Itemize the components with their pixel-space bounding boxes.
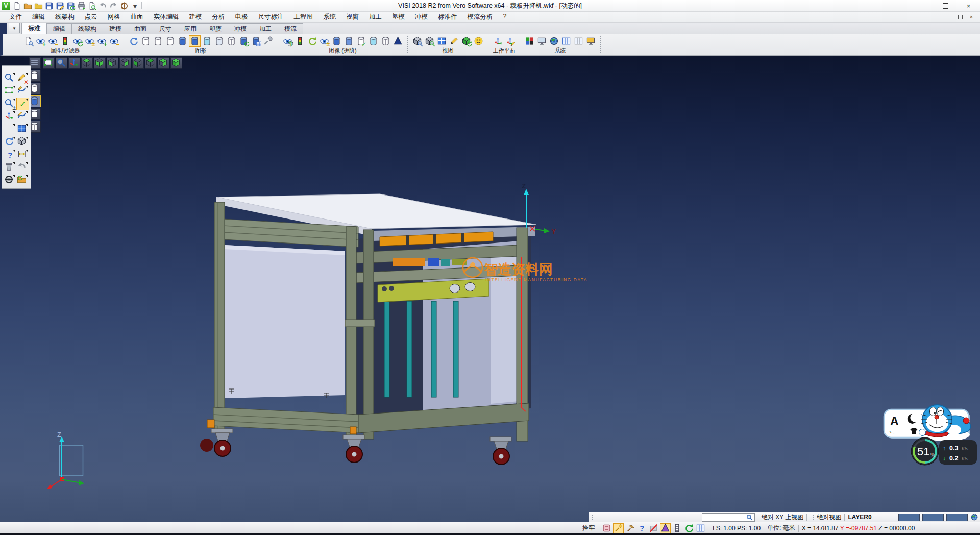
new-document-button[interactable] bbox=[12, 1, 22, 11]
undo-button[interactable] bbox=[98, 1, 108, 11]
view-top-button[interactable] bbox=[81, 57, 93, 69]
system-screen-button[interactable] bbox=[585, 35, 597, 47]
snap-column-button[interactable] bbox=[672, 523, 682, 533]
document-minimize-button[interactable] bbox=[945, 13, 952, 20]
display-shaded-edges-button[interactable] bbox=[189, 35, 201, 47]
toolbar-tab-5[interactable]: 曲面 bbox=[128, 23, 153, 34]
navigation-wheel-button[interactable] bbox=[4, 174, 16, 187]
menu-item-1[interactable]: 文件 bbox=[4, 12, 27, 22]
toolbar-tab-4[interactable]: 建模 bbox=[103, 23, 128, 34]
toolbar-tab-11[interactable]: 模流 bbox=[278, 23, 303, 34]
shading-shield-button[interactable] bbox=[392, 35, 404, 47]
delete-entities-button[interactable] bbox=[4, 161, 16, 174]
zoom-scale-button[interactable]: ± bbox=[4, 98, 16, 110]
snap-help-button[interactable]: ? bbox=[636, 523, 647, 533]
regen-view-button[interactable] bbox=[4, 136, 16, 149]
menu-item-15[interactable]: 加工 bbox=[364, 12, 387, 22]
insert-file-button[interactable] bbox=[34, 1, 43, 11]
shading-column-b-button[interactable] bbox=[343, 35, 355, 47]
menu-item-13[interactable]: 系统 bbox=[318, 12, 341, 22]
more-commands-button[interactable]: ▾ bbox=[130, 1, 140, 11]
toolbar-tab-3[interactable]: 线架构 bbox=[71, 23, 103, 34]
advanced-show-shading-button[interactable]: + bbox=[282, 35, 293, 47]
view-dynamic-refresh-button[interactable] bbox=[460, 35, 472, 47]
curve-edit-button[interactable] bbox=[16, 110, 29, 123]
search-input[interactable] bbox=[702, 514, 746, 521]
cad-viewport[interactable]: Z Y Z 智造资料网 INTELLIGENT MANUFACTURING DA… bbox=[0, 55, 980, 522]
view-annotate-button[interactable] bbox=[448, 35, 460, 47]
status1-grip-2[interactable] bbox=[812, 514, 815, 521]
show-entities-button[interactable]: + bbox=[35, 35, 46, 47]
show-all-button[interactable]: + bbox=[96, 35, 108, 47]
display-options-button[interactable] bbox=[262, 35, 274, 47]
snap-rotate-button[interactable] bbox=[683, 523, 694, 533]
print-button[interactable] bbox=[77, 1, 86, 11]
select-preview-button[interactable] bbox=[4, 72, 16, 85]
view-attributes-document-button[interactable] bbox=[22, 35, 34, 47]
view-front-button[interactable] bbox=[132, 57, 144, 69]
maximize-button[interactable] bbox=[934, 0, 957, 11]
save-as-button[interactable] bbox=[55, 1, 65, 11]
display-flat-button[interactable] bbox=[213, 35, 225, 47]
import-file-button[interactable] bbox=[16, 174, 29, 187]
toolbar-tab-8[interactable]: 塑膜 bbox=[203, 23, 228, 34]
redo-button[interactable] bbox=[109, 1, 118, 11]
zoom-window-button[interactable] bbox=[4, 85, 16, 98]
globe-status-icon[interactable] bbox=[970, 513, 978, 521]
history-button[interactable] bbox=[119, 1, 129, 11]
advanced-toggle-button[interactable]: ± bbox=[318, 35, 330, 47]
save-all-button[interactable] bbox=[66, 1, 76, 11]
advanced-refresh-button[interactable] bbox=[306, 35, 318, 47]
display-hidden-line-button[interactable] bbox=[152, 35, 164, 47]
snap-pyramid-button[interactable] bbox=[660, 523, 671, 533]
regenerate-graphics-button[interactable] bbox=[128, 35, 139, 47]
view-zoom-model-button[interactable] bbox=[411, 35, 423, 47]
status2-grip[interactable] bbox=[578, 525, 580, 532]
entity-attributes-button[interactable] bbox=[4, 123, 16, 136]
print-preview-button[interactable] bbox=[87, 1, 97, 11]
shading-wireframe-button[interactable] bbox=[380, 35, 391, 47]
menu-item-7[interactable]: 实体编辑 bbox=[149, 12, 184, 22]
toolbar-tab-10[interactable]: 加工 bbox=[253, 23, 278, 34]
measure-distance-button[interactable] bbox=[16, 149, 29, 161]
workplane-triad-button[interactable] bbox=[492, 35, 504, 47]
workplane-edit-button[interactable] bbox=[504, 35, 516, 47]
view-bottom-button[interactable] bbox=[94, 57, 106, 69]
search-icon[interactable] bbox=[746, 514, 753, 521]
ribbon-grip[interactable] bbox=[4, 35, 7, 54]
views-zoom-all-button[interactable] bbox=[56, 57, 67, 69]
toolbar-tab-7[interactable]: 应用 bbox=[178, 23, 203, 34]
system-colors-button[interactable] bbox=[524, 35, 535, 47]
view-smiley-button[interactable] bbox=[473, 35, 484, 47]
snap-grid-button[interactable] bbox=[695, 523, 706, 533]
tab-dropdown-button[interactable]: ▼ bbox=[9, 23, 20, 33]
absolute-xy-view-label[interactable]: 绝对 XY 上视图 bbox=[762, 513, 803, 522]
snap-wand-button[interactable] bbox=[613, 523, 624, 533]
toggle-visibility-button[interactable]: ± bbox=[84, 35, 95, 47]
display-update-render-button[interactable] bbox=[238, 35, 250, 47]
display-transparent-button[interactable] bbox=[201, 35, 213, 47]
cad-model[interactable] bbox=[200, 194, 536, 465]
display-dashed-hidden-button[interactable] bbox=[164, 35, 176, 47]
layer-color-swatch[interactable] bbox=[946, 514, 968, 521]
solid-cube-view-button[interactable] bbox=[16, 136, 29, 149]
sketch-curve-button[interactable] bbox=[16, 85, 29, 98]
display-render-pair-button[interactable] bbox=[250, 35, 262, 47]
toolbar-tab-2[interactable]: 编辑 bbox=[46, 23, 72, 34]
help-button[interactable]: ? bbox=[4, 149, 16, 161]
view-left-button[interactable] bbox=[107, 57, 118, 69]
display-shaded-button[interactable] bbox=[177, 35, 188, 47]
snap-nobox-button[interactable] bbox=[648, 523, 659, 533]
refresh-visibility-button[interactable] bbox=[71, 35, 83, 47]
advanced-filter-button[interactable] bbox=[294, 35, 306, 47]
hide-all-button[interactable]: − bbox=[108, 35, 120, 47]
layer-color-swatch[interactable] bbox=[898, 514, 920, 521]
system-display-button[interactable] bbox=[536, 35, 548, 47]
attributes-paint-button[interactable] bbox=[10, 35, 22, 47]
menu-item-5[interactable]: 网格 bbox=[103, 12, 126, 22]
close-button[interactable]: × bbox=[957, 0, 980, 11]
views-triad-button[interactable] bbox=[68, 57, 80, 69]
document-close-button[interactable]: × bbox=[968, 13, 975, 20]
system-table-button[interactable] bbox=[560, 35, 572, 47]
view-layout-button[interactable] bbox=[436, 35, 448, 47]
